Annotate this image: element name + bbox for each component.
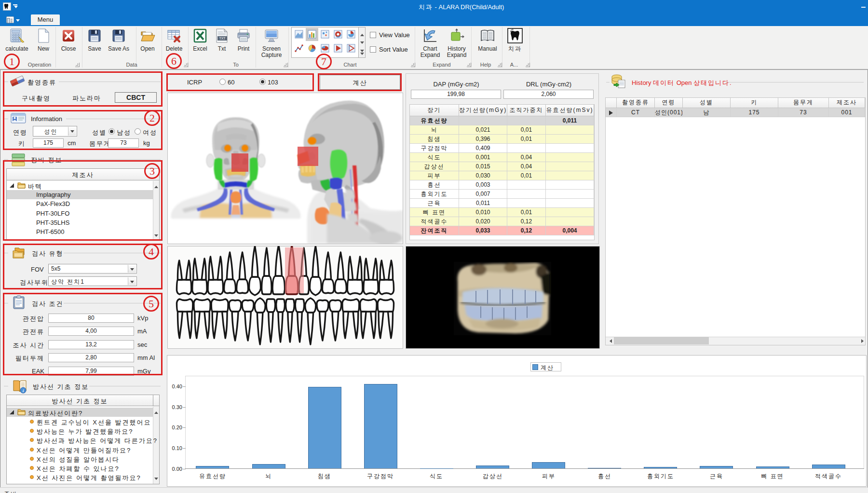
- svg-text:TXT: TXT: [219, 37, 226, 40]
